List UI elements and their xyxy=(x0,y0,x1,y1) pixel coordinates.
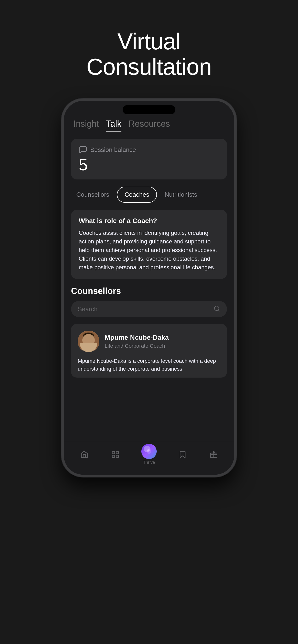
info-card-title: What is role of a Coach? xyxy=(79,217,219,225)
phone-screen: Insight Talk Resources Session balance 5 xyxy=(64,101,234,474)
page-title: Virtual Consultation xyxy=(86,29,212,79)
home-icon xyxy=(79,449,89,460)
svg-rect-9 xyxy=(116,451,119,454)
phone-frame: Insight Talk Resources Session balance 5 xyxy=(61,98,237,477)
svg-rect-10 xyxy=(112,455,115,458)
nav-item-bookmark[interactable] xyxy=(177,449,188,460)
bookmark-icon xyxy=(177,449,188,460)
pill-coaches[interactable]: Coaches xyxy=(117,187,157,203)
svg-point-4 xyxy=(83,332,94,339)
info-card-body: Coaches assist clients in identifying go… xyxy=(79,228,219,272)
avatar-face xyxy=(78,330,99,352)
session-balance-header: Session balance xyxy=(79,146,219,154)
category-pills: Counsellors Coaches Nutritionists xyxy=(64,187,234,203)
svg-rect-8 xyxy=(112,451,115,454)
thrive-label: Thrive xyxy=(143,460,155,465)
svg-rect-1 xyxy=(78,330,99,352)
svg-rect-5 xyxy=(83,334,94,337)
counsellor-bio: Mpume Ncube-Daka is a corporate level co… xyxy=(78,357,220,373)
chat-icon xyxy=(79,146,87,154)
svg-point-7 xyxy=(90,340,91,342)
counsellor-header: Mpume Ncube-Daka Life and Corporate Coac… xyxy=(78,330,220,352)
tab-resources[interactable]: Resources xyxy=(129,119,170,132)
info-card: What is role of a Coach? Coaches assist … xyxy=(71,210,227,279)
grid-icon xyxy=(110,449,121,460)
search-bar[interactable]: Search xyxy=(71,301,227,317)
nav-item-home[interactable] xyxy=(79,449,89,460)
nav-item-thrive[interactable]: Thrive xyxy=(141,444,157,465)
nav-item-grid[interactable] xyxy=(110,449,121,460)
tab-talk[interactable]: Talk xyxy=(106,119,121,132)
avatar xyxy=(78,330,99,352)
svg-point-12 xyxy=(146,449,152,454)
section-heading: Counsellors xyxy=(64,286,234,296)
tab-insight[interactable]: Insight xyxy=(73,119,99,132)
dynamic-island xyxy=(123,105,175,114)
counsellor-role: Life and Corporate Coach xyxy=(105,343,220,349)
session-balance-label: Session balance xyxy=(90,146,136,154)
counsellor-info: Mpume Ncube-Daka Life and Corporate Coac… xyxy=(105,334,220,349)
pill-nutritionists[interactable]: Nutritionists xyxy=(157,187,205,203)
session-balance-value: 5 xyxy=(79,156,219,173)
nav-tabs: Insight Talk Resources xyxy=(64,119,234,132)
nav-item-gift[interactable] xyxy=(209,449,219,460)
search-placeholder: Search xyxy=(78,306,97,313)
session-balance-card: Session balance 5 xyxy=(71,139,227,180)
svg-rect-11 xyxy=(116,455,119,458)
bottom-nav: Thrive xyxy=(64,441,234,474)
counsellor-card[interactable]: Mpume Ncube-Daka Life and Corporate Coac… xyxy=(71,324,227,378)
search-icon xyxy=(214,305,220,313)
svg-point-6 xyxy=(86,340,87,342)
pill-counsellors[interactable]: Counsellors xyxy=(69,187,117,203)
gift-icon xyxy=(209,449,219,460)
page-title-area: Virtual Consultation xyxy=(86,29,212,79)
screen-content: Insight Talk Resources Session balance 5 xyxy=(64,101,234,474)
counsellor-name: Mpume Ncube-Daka xyxy=(105,334,220,342)
svg-point-3 xyxy=(83,334,94,347)
thrive-icon xyxy=(141,444,157,459)
svg-point-13 xyxy=(146,449,150,452)
